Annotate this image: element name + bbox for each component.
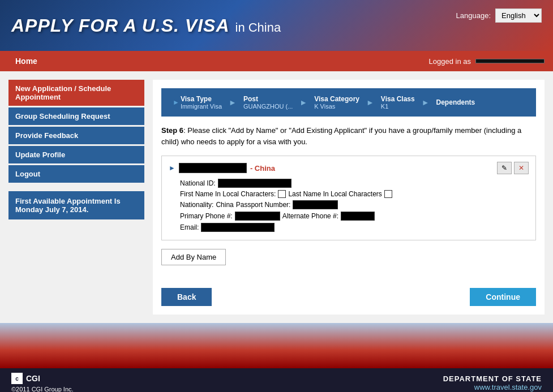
applicant-id-redacted — [179, 163, 247, 173]
nationality-value: China — [216, 201, 233, 209]
content-area: ► Visa Type Immigrant Visa ► Post GUANGZ… — [153, 80, 545, 315]
footer-dept: DEPARTMENT OF STATE — [443, 374, 542, 383]
step-description: Step 6: Please click "Add by Name" or "A… — [161, 125, 536, 147]
phone-row: Primary Phone #: Alternate Phone #: — [180, 212, 529, 221]
step-visa-class: Visa Class K1 — [376, 93, 419, 112]
home-link[interactable]: Home — [8, 52, 44, 70]
footer-url: www.travel.state.gov — [443, 383, 542, 391]
site-title: APPLY FOR A U.S. VISA — [11, 15, 230, 36]
step-1-sub: Immigrant Visa — [181, 103, 222, 110]
step-2-sub: GUANGZHOU (... — [243, 103, 293, 110]
nav-bar: Home Logged in as — [0, 51, 553, 71]
step-number: Step 6 — [161, 126, 183, 135]
applicant-expand-arrow[interactable]: ► — [169, 164, 175, 172]
step-1-title: Visa Type — [181, 95, 222, 103]
step-2-title: Post — [243, 95, 293, 103]
sidebar-item-profile[interactable]: Update Profile — [8, 146, 144, 163]
sidebar-item-logout[interactable]: Logout — [8, 165, 144, 183]
edit-applicant-button[interactable]: ✎ — [497, 162, 512, 174]
new-app-link[interactable]: New Application / Schedule Appointment — [8, 80, 144, 106]
step-post: Post GUANGZHOU (... — [239, 93, 297, 112]
logout-link[interactable]: Logout — [8, 165, 144, 183]
step-4-sub: K1 — [381, 103, 415, 110]
step-3-sub: K Visas — [314, 103, 359, 110]
header-title-group: APPLY FOR A U.S. VISA in China — [11, 15, 281, 36]
last-name-local-checkbox — [384, 190, 392, 198]
primary-phone-value — [235, 212, 280, 221]
header: APPLY FOR A U.S. VISA in China Language:… — [0, 0, 553, 51]
logged-in-label: Logged in as — [429, 57, 471, 66]
local-names-row: First Name In Local Characters: Last Nam… — [180, 190, 529, 198]
passport-value — [293, 200, 338, 209]
national-id-label: National ID: — [180, 179, 216, 187]
step-5-title: Dependents — [436, 98, 475, 106]
logged-in-value — [475, 59, 545, 63]
step-visa-category: Visa Category K Visas — [310, 93, 364, 112]
delete-applicant-button[interactable]: ✕ — [514, 162, 529, 174]
applicant-section: ► - China ✎ ✕ National ID: First Name In… — [161, 156, 536, 240]
step-desc-text: : Please click "Add by Name" or "Add Exi… — [161, 126, 521, 146]
sidebar-item-new-app[interactable]: New Application / Schedule Appointment — [8, 80, 144, 106]
language-selector-group: Language: English Chinese — [456, 6, 542, 23]
step-visa-type: ► Visa Type Immigrant Visa — [167, 93, 226, 112]
applicant-name-group: ► - China — [169, 163, 275, 173]
applicant-actions: ✎ ✕ — [497, 162, 529, 174]
arrow-1: ► — [229, 98, 237, 107]
passport-label: Passport Number: — [236, 201, 291, 209]
update-profile-link[interactable]: Update Profile — [8, 146, 144, 163]
footer-left: c CGI ©2011 CGI Group Inc. — [11, 373, 74, 392]
step-triangle-1: ► — [173, 98, 179, 106]
national-id-value — [218, 179, 291, 188]
applicant-header-row: ► - China ✎ ✕ — [169, 162, 529, 174]
first-name-local-label: First Name In Local Characters: — [180, 190, 276, 198]
step-4-title: Visa Class — [381, 95, 415, 103]
logged-in-section: Logged in as — [429, 57, 545, 66]
email-label: Email: — [180, 223, 199, 231]
arrow-4: ► — [422, 98, 430, 107]
alt-phone-label: Alternate Phone #: — [282, 212, 338, 220]
footer-bar: c CGI ©2011 CGI Group Inc. DEPARTMENT OF… — [0, 368, 553, 392]
add-by-name-button[interactable]: Add By Name — [161, 249, 226, 265]
alt-phone-value — [341, 212, 375, 221]
applicant-country: - China — [250, 164, 275, 173]
site-subtitle: in China — [235, 20, 281, 35]
arrow-3: ► — [366, 98, 374, 107]
national-id-row: National ID: — [180, 179, 529, 188]
sidebar-item-feedback[interactable]: Provide Feedback — [8, 127, 144, 144]
cgi-logo-icon: c — [11, 373, 23, 384]
step-dependents: Dependents — [432, 96, 480, 109]
appointment-info: First Available Appointment Is Monday Ju… — [8, 191, 144, 219]
email-row: Email: — [180, 223, 529, 232]
first-name-local-checkbox — [278, 190, 286, 198]
applicant-details: National ID: First Name In Local Charact… — [169, 179, 529, 232]
footer-right: DEPARTMENT OF STATE www.travel.state.gov — [443, 374, 542, 391]
steps-breadcrumb: ► Visa Type Immigrant Visa ► Post GUANGZ… — [161, 88, 536, 117]
back-button[interactable]: Back — [161, 288, 212, 306]
continue-button[interactable]: Continue — [470, 288, 536, 306]
feedback-link[interactable]: Provide Feedback — [8, 127, 144, 144]
group-scheduling-link[interactable]: Group Scheduling Request — [8, 107, 144, 125]
step-3-title: Visa Category — [314, 95, 359, 103]
nationality-label: Nationality: — [180, 201, 213, 209]
main-layout: New Application / Schedule Appointment G… — [0, 71, 553, 323]
language-select[interactable]: English Chinese — [495, 8, 542, 23]
primary-phone-label: Primary Phone #: — [180, 212, 233, 220]
arrow-2: ► — [299, 98, 307, 107]
footer-logo: c CGI — [11, 373, 74, 384]
email-value — [201, 223, 275, 232]
bottom-buttons: Back Continue — [161, 288, 536, 306]
language-label: Language: — [456, 11, 491, 20]
sidebar: New Application / Schedule Appointment G… — [8, 80, 144, 315]
nationality-passport-row: Nationality: China Passport Number: — [180, 200, 529, 209]
last-name-local-label: Last Name In Local Characters — [288, 190, 381, 198]
sidebar-item-group[interactable]: Group Scheduling Request — [8, 107, 144, 125]
footer-copyright: ©2011 CGI Group Inc. — [11, 386, 74, 392]
cgi-logo-text: CGI — [26, 374, 40, 383]
footer-wave — [0, 323, 553, 368]
